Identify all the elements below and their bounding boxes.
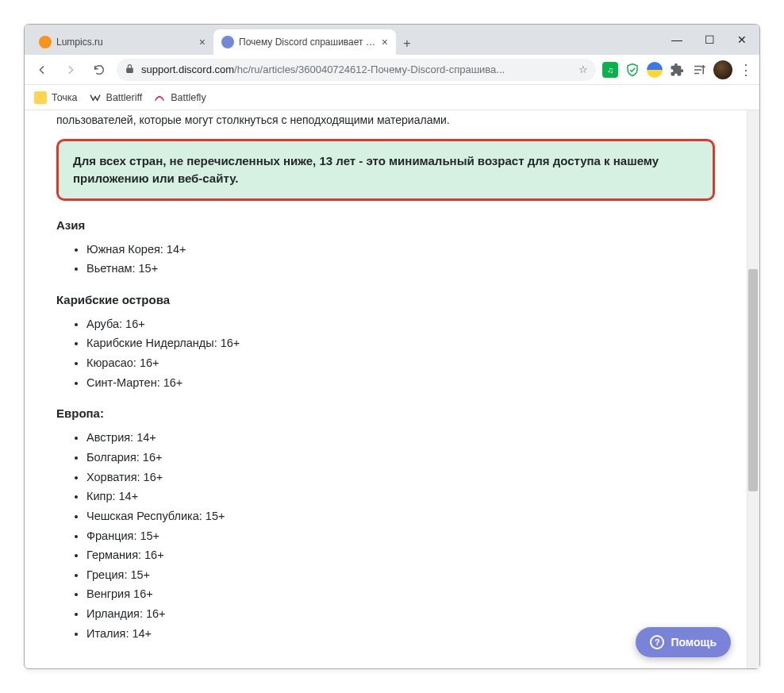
country-item: Южная Корея: 14+	[86, 240, 715, 260]
profile-avatar[interactable]	[713, 60, 732, 79]
country-item: Аруба: 16+	[86, 314, 715, 334]
article-content: пользователей, которые могут столкнуться…	[25, 110, 747, 668]
favicon-icon	[221, 36, 234, 48]
country-item: Болгария: 16+	[86, 448, 715, 468]
bookmark-star-icon[interactable]: ☆	[578, 64, 588, 75]
age-callout: Для всех стран, не перечисленных ниже, 1…	[56, 139, 715, 201]
forward-button[interactable]	[60, 59, 82, 81]
window-controls: — ☐ ✕	[671, 25, 755, 55]
country-item: Франция: 15+	[86, 526, 715, 546]
country-item: Венгрия 16+	[86, 584, 715, 604]
browser-window: Lumpics.ru × Почему Discord спрашивает м…	[24, 24, 760, 669]
extension-music-icon[interactable]: ♫	[602, 62, 618, 78]
bookmark-label: Battleriff	[106, 92, 143, 103]
chrome-menu-button[interactable]: ⋮	[739, 61, 753, 79]
reload-button[interactable]	[88, 59, 110, 81]
country-list: Аруба: 16+Карибские Нидерланды: 16+Кюрас…	[56, 314, 715, 393]
country-item: Австрия: 14+	[86, 428, 715, 448]
extension-ukraine-icon[interactable]	[647, 62, 663, 78]
bookmark-label: Battlefly	[171, 92, 206, 103]
country-item: Италия: 14+	[86, 624, 715, 644]
country-item: Кюрасао: 16+	[86, 353, 715, 373]
country-item: Германия: 16+	[86, 545, 715, 565]
url-text: support.discord.com/hc/ru/articles/36004…	[141, 64, 572, 75]
country-item: Греция: 15+	[86, 565, 715, 585]
extension-shield-icon[interactable]	[625, 62, 640, 78]
bookmark-icon	[153, 91, 166, 104]
tab-title: Почему Discord спрашивает ме	[239, 37, 377, 48]
close-window-icon[interactable]: ✕	[737, 33, 747, 46]
close-icon[interactable]: ×	[382, 36, 388, 48]
country-item: Ирландия: 16+	[86, 604, 715, 624]
intro-text: пользователей, которые могут столкнуться…	[56, 114, 715, 126]
new-tab-button[interactable]: +	[396, 33, 418, 55]
tab-title: Lumpics.ru	[56, 37, 194, 48]
maximize-icon[interactable]: ☐	[705, 33, 715, 46]
toolbar: support.discord.com/hc/ru/articles/36004…	[25, 55, 759, 85]
lock-icon	[125, 64, 135, 76]
close-icon[interactable]: ×	[199, 36, 206, 48]
extensions-button[interactable]	[669, 62, 685, 78]
region-heading: Карибские острова	[56, 293, 715, 306]
country-item: Чешская Республика: 15+	[86, 506, 715, 526]
help-label: Помощь	[671, 636, 717, 649]
country-item: Хорватия: 16+	[86, 468, 715, 487]
bookmark-item[interactable]: Battlefly	[153, 91, 206, 104]
help-icon: ?	[650, 635, 664, 649]
country-list: Южная Корея: 14+Вьетнам: 15+	[56, 240, 715, 279]
tab-discord-support[interactable]: Почему Discord спрашивает ме ×	[213, 29, 396, 55]
bookmark-item[interactable]: Battleriff	[89, 91, 143, 104]
omnibox[interactable]: support.discord.com/hc/ru/articles/36004…	[117, 59, 596, 81]
favicon-icon	[39, 36, 52, 48]
region-heading: Азия	[56, 218, 715, 232]
scrollbar-thumb[interactable]	[748, 269, 758, 491]
help-button[interactable]: ? Помощь	[636, 627, 731, 657]
bookmark-label: Точка	[52, 92, 78, 103]
bookmark-icon	[34, 91, 47, 104]
country-item: Вьетнам: 15+	[86, 259, 715, 279]
bookmark-item[interactable]: Точка	[34, 91, 78, 104]
region-heading: Европа:	[56, 406, 715, 420]
bookmarks-bar: Точка Battleriff Battlefly	[25, 85, 759, 110]
country-item: Синт-Мартен: 16+	[86, 373, 715, 393]
tab-strip: Lumpics.ru × Почему Discord спрашивает м…	[25, 25, 759, 55]
country-list: Австрия: 14+Болгария: 16+Хорватия: 16+Ки…	[56, 428, 715, 643]
tab-lumpics[interactable]: Lumpics.ru ×	[31, 29, 213, 55]
scrollbar-track[interactable]	[747, 110, 759, 668]
country-item: Кипр: 14+	[86, 487, 715, 506]
minimize-icon[interactable]: —	[671, 33, 682, 46]
bookmark-icon	[89, 91, 102, 104]
page-viewport: пользователей, которые могут столкнуться…	[25, 110, 759, 668]
reading-list-icon[interactable]	[691, 62, 707, 78]
back-button[interactable]	[31, 59, 53, 81]
country-item: Карибские Нидерланды: 16+	[86, 333, 715, 353]
